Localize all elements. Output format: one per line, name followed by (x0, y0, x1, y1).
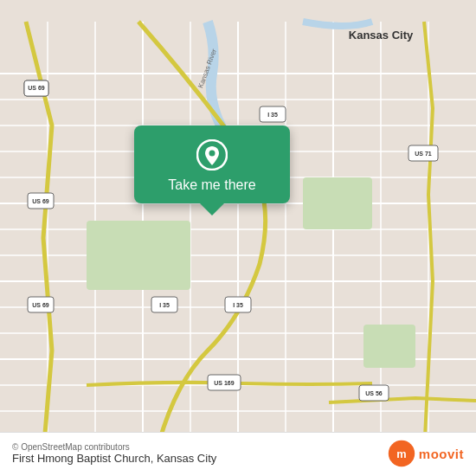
svg-text:US 56: US 56 (365, 390, 383, 396)
svg-text:US 69: US 69 (32, 302, 49, 308)
svg-text:I 35: I 35 (267, 112, 278, 118)
svg-text:m: m (396, 447, 406, 460)
svg-text:Kansas City: Kansas City (349, 29, 414, 42)
svg-rect-25 (303, 177, 372, 229)
svg-text:US 69: US 69 (28, 85, 45, 91)
location-pin-icon (196, 139, 228, 170)
moovit-text: moovit (419, 447, 464, 461)
popup-card[interactable]: Take me there (134, 125, 290, 203)
location-title: First Hmong Baptist Church, Kansas City (12, 452, 216, 465)
svg-rect-24 (87, 221, 190, 290)
svg-text:I 35: I 35 (159, 302, 170, 308)
svg-text:US 71: US 71 (415, 151, 432, 157)
svg-text:I 35: I 35 (233, 302, 243, 308)
take-me-there-label: Take me there (168, 177, 255, 193)
copyright-text: © OpenStreetMap contributors (12, 442, 216, 452)
map-container: US 69 US 69 US 69 US 69 I 35 I 35 US 71 … (0, 0, 476, 476)
svg-point-51 (209, 151, 215, 157)
svg-text:US 69: US 69 (32, 198, 49, 204)
bottom-bar: © OpenStreetMap contributors First Hmong… (0, 432, 476, 476)
moovit-logo: m moovit (388, 440, 464, 467)
moovit-icon: m (388, 440, 415, 467)
svg-text:US 169: US 169 (214, 380, 234, 386)
svg-rect-26 (363, 325, 415, 368)
bottom-info: © OpenStreetMap contributors First Hmong… (12, 442, 216, 465)
